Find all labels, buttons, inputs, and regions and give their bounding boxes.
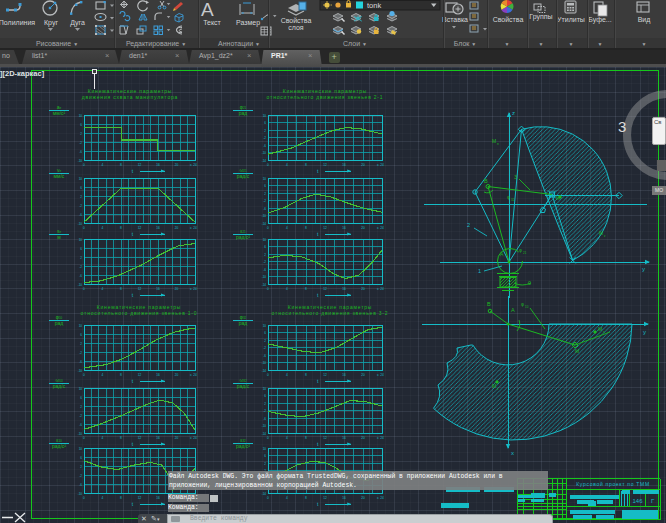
svg-text:12: 12 xyxy=(138,287,142,291)
svg-text:8: 8 xyxy=(305,373,307,377)
svg-text:t: t xyxy=(317,501,319,507)
svg-text:мм/с: мм/с xyxy=(54,173,65,179)
svg-text:φ21: φ21 xyxy=(240,104,247,110)
svg-text:t: t xyxy=(317,378,319,384)
svg-text:tonk: tonk xyxy=(367,1,381,10)
svg-text:-2: -2 xyxy=(79,265,82,269)
svg-text:-2: -2 xyxy=(79,414,82,418)
svg-text:8: 8 xyxy=(305,226,307,230)
svg-text:12: 12 xyxy=(138,226,142,230)
svg-text:10: 10 xyxy=(263,387,267,391)
svg-text:0: 0 xyxy=(267,436,269,440)
svg-text:2: 2 xyxy=(264,253,266,257)
svg-text:рад/с²: рад/с² xyxy=(236,234,250,240)
svg-text:16: 16 xyxy=(156,436,160,440)
svg-text:16: 16 xyxy=(342,226,346,230)
svg-text:24: 24 xyxy=(380,226,384,230)
svg-text:12: 12 xyxy=(323,287,327,291)
svg-text:32: 32 xyxy=(511,198,515,202)
svg-text:20: 20 xyxy=(175,436,179,440)
svg-text:20: 20 xyxy=(175,287,179,291)
svg-text:8: 8 xyxy=(120,163,122,167)
svg-text:16: 16 xyxy=(342,496,346,500)
svg-text:12: 12 xyxy=(323,373,327,377)
svg-text:20: 20 xyxy=(361,163,365,167)
svg-text:рад: рад xyxy=(239,110,248,116)
svg-text:10: 10 xyxy=(263,177,267,181)
svg-text:2: 2 xyxy=(80,132,82,136)
svg-text:-6: -6 xyxy=(263,144,266,148)
svg-text:A: A xyxy=(511,307,515,313)
svg-text:6: 6 xyxy=(264,454,266,458)
svg-text:-10: -10 xyxy=(78,222,83,226)
svg-text:рад/с: рад/с xyxy=(237,383,250,389)
svg-text:t: t xyxy=(132,168,134,174)
svg-text:20: 20 xyxy=(361,226,365,230)
svg-text:c: c xyxy=(377,162,379,167)
svg-text:20: 20 xyxy=(175,163,179,167)
svg-text:0: 0 xyxy=(83,496,85,500)
svg-text:y: y xyxy=(643,329,646,335)
svg-text:12: 12 xyxy=(323,226,327,230)
svg-text:ε10: ε10 xyxy=(56,437,62,443)
svg-text:4: 4 xyxy=(102,373,104,377)
svg-text:20: 20 xyxy=(175,373,179,377)
svg-text:24: 24 xyxy=(380,496,384,500)
svg-text:c: c xyxy=(377,286,379,291)
svg-text:20: 20 xyxy=(361,436,365,440)
svg-text:-6: -6 xyxy=(79,274,82,278)
svg-text:2: 2 xyxy=(80,405,82,409)
svg-text:ve: ve xyxy=(57,167,62,173)
svg-text:16: 16 xyxy=(156,287,160,291)
svg-text:20: 20 xyxy=(361,496,365,500)
svg-text:t: t xyxy=(132,378,134,384)
svg-text:10: 10 xyxy=(263,324,267,328)
svg-text:8: 8 xyxy=(305,496,307,500)
svg-text:м: м xyxy=(57,234,61,240)
svg-text:-14: -14 xyxy=(262,222,267,226)
svg-text:t: t xyxy=(317,441,319,447)
svg-text:4: 4 xyxy=(286,287,288,291)
svg-text:B: B xyxy=(484,178,488,184)
svg-text:0: 0 xyxy=(267,226,269,230)
svg-text:3: 3 xyxy=(514,174,517,180)
svg-text:c: c xyxy=(190,162,192,167)
svg-text:10: 10 xyxy=(79,238,83,242)
svg-text:2: 2 xyxy=(80,342,82,346)
svg-text:6: 6 xyxy=(80,396,82,400)
svg-text:рад/с: рад/с xyxy=(237,173,250,179)
svg-text:ω21: ω21 xyxy=(239,167,247,173)
svg-text:0: 0 xyxy=(83,373,85,377)
svg-text:-10: -10 xyxy=(78,369,83,373)
svg-text:2: 2 xyxy=(80,195,82,199)
svg-text:2: 2 xyxy=(264,339,266,343)
svg-text:2: 2 xyxy=(264,129,266,133)
svg-text:-14: -14 xyxy=(262,492,267,496)
svg-text:-2: -2 xyxy=(263,346,266,350)
svg-text:относительного движения звенье: относительного движения звеньев 3-2 xyxy=(272,310,389,316)
svg-text:12: 12 xyxy=(138,436,142,440)
svg-text:10: 10 xyxy=(263,238,267,242)
svg-text:-10: -10 xyxy=(262,275,267,279)
svg-text:0: 0 xyxy=(267,373,269,377)
svg-text:M: M xyxy=(598,326,602,332)
svg-text:6: 6 xyxy=(80,247,82,251)
svg-text:6: 6 xyxy=(264,331,266,335)
svg-text:c: c xyxy=(190,286,192,291)
svg-text:c: c xyxy=(190,372,192,377)
svg-text:c: c xyxy=(377,225,379,230)
svg-text:c: c xyxy=(377,372,379,377)
svg-text:12: 12 xyxy=(138,163,142,167)
svg-text:c: c xyxy=(190,225,192,230)
svg-text:ω32: ω32 xyxy=(239,377,247,383)
svg-text:4: 4 xyxy=(286,226,288,230)
svg-text:-10: -10 xyxy=(262,151,267,155)
svg-text:16: 16 xyxy=(156,373,160,377)
svg-text:-6: -6 xyxy=(263,268,266,272)
svg-text:B: B xyxy=(487,301,491,307)
svg-text:6: 6 xyxy=(80,186,82,190)
svg-text:0: 0 xyxy=(528,280,531,286)
svg-text:21: 21 xyxy=(523,251,527,255)
svg-text:t: t xyxy=(317,292,319,298)
svg-text:12: 12 xyxy=(138,373,142,377)
